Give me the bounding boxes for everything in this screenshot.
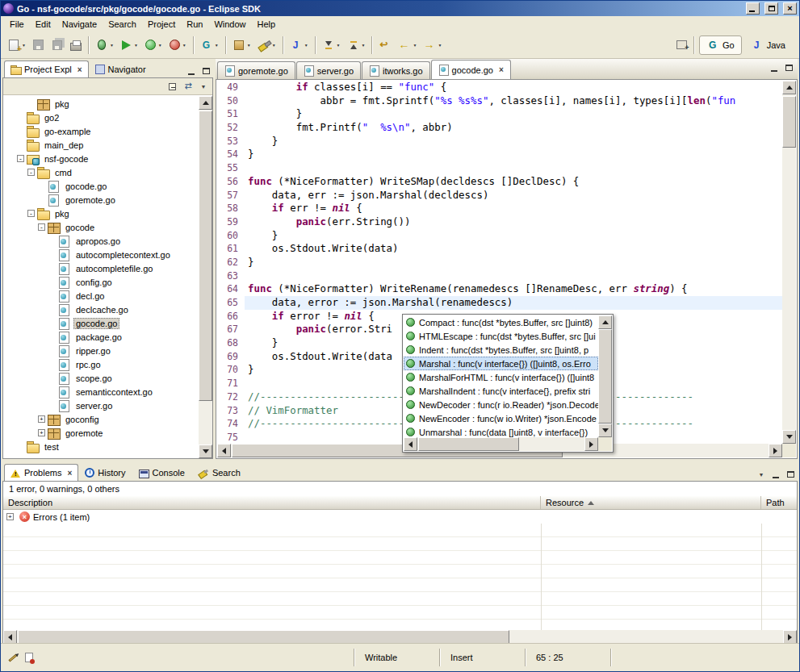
tree-item-package-go[interactable]: package.go [3, 330, 199, 344]
pencil-icon[interactable] [5, 649, 21, 666]
view-menu-button[interactable]: ▼ [754, 468, 769, 481]
tree-item-config-go[interactable]: config.go [3, 275, 199, 289]
tree-item-pkg[interactable]: pkg [3, 97, 199, 111]
collapse-icon[interactable]: - [38, 223, 45, 231]
tree-item-main-dep[interactable]: main_dep [3, 138, 199, 152]
dropdown-arrow-icon[interactable]: ▼ [438, 43, 442, 48]
view-menu-button[interactable]: ▼ [196, 80, 211, 93]
code-line-62[interactable]: 62} [217, 256, 782, 269]
tree-item-go2[interactable]: go2 [3, 111, 199, 124]
tree-item-autocompletecontext-go[interactable]: autocompletecontext.go [3, 248, 199, 261]
annotation-icon[interactable] [21, 649, 37, 666]
editor-vertical-scrollbar[interactable] [782, 81, 796, 444]
menu-edit[interactable]: Edit [30, 18, 57, 31]
collapse-icon[interactable]: - [27, 210, 35, 217]
tree-item-test[interactable]: test [3, 440, 199, 453]
completion-item-compact[interactable]: Compact : func(dst *bytes.Buffer, src []… [404, 315, 598, 329]
new-wizard-button[interactable]: ▼ [4, 35, 29, 55]
code-line-56[interactable]: 56func (*NiceFormatter) WriteSMap(declde… [217, 175, 782, 189]
menu-window[interactable]: Window [208, 18, 251, 31]
debug-button[interactable]: ▼ [92, 35, 117, 55]
tree-item-autocompletefile-go[interactable]: autocompletefile.go [3, 261, 199, 275]
scroll-left-button[interactable] [217, 444, 231, 457]
java-element-button[interactable]: ▼ [287, 35, 312, 55]
view-tab-search[interactable]: Search [191, 464, 247, 481]
collapse-all-button[interactable] [165, 80, 180, 93]
collapse-icon[interactable]: - [17, 155, 24, 162]
open-element-button[interactable]: ▼ [229, 35, 254, 55]
tree-item-scope-go[interactable]: scope.go [3, 371, 199, 385]
completion-item-htmlescape[interactable]: HTMLEscape : func(dst *bytes.Buffer, src… [404, 329, 598, 343]
code-line-65[interactable]: 65 data, error := json.Marshal(renamedes… [217, 296, 782, 310]
dropdown-arrow-icon[interactable]: ▼ [362, 43, 366, 48]
scroll-up-button[interactable] [598, 315, 612, 329]
popup-horizontal-scrollbar[interactable] [404, 437, 598, 451]
completion-item-newencoder[interactable]: NewEncoder : func(w io.Writer) *json.Enc… [404, 411, 598, 425]
scroll-up-button[interactable] [782, 81, 796, 94]
editor-tab-goremote-go[interactable]: goremote.go [217, 61, 295, 79]
code-line-51[interactable]: 51 } [217, 107, 782, 121]
code-line-57[interactable]: 57 data, err := json.Marshal(decldescs) [217, 189, 782, 202]
explorer-vertical-scrollbar[interactable] [199, 96, 212, 458]
tree-item-nsf-gocode[interactable]: -nsf-gocode [3, 152, 199, 165]
completion-item-indent[interactable]: Indent : func(dst *bytes.Buffer, src []u… [404, 343, 598, 357]
menu-help[interactable]: Help [252, 18, 282, 31]
back-button[interactable]: ▼ [395, 35, 420, 55]
minimize-editor-button[interactable] [767, 61, 781, 74]
completion-item-unmarshal[interactable]: Unmarshal : func(data []uint8, v interfa… [404, 425, 598, 437]
dropdown-arrow-icon[interactable]: ▼ [158, 43, 162, 48]
completion-item-marshal[interactable]: Marshal : func(v interface{}) ([]uint8, … [404, 357, 598, 370]
perspective-go-button[interactable]: Go [699, 35, 742, 55]
code-line-50[interactable]: 50 abbr = fmt.Sprintf("%s %s%s", classes… [217, 94, 782, 108]
code-line-58[interactable]: 58 if err != nil { [217, 202, 782, 215]
menu-navigate[interactable]: Navigate [57, 18, 103, 31]
code-line-49[interactable]: 49 if classes[i] == "func" { [217, 81, 782, 94]
collapse-icon[interactable]: - [27, 169, 35, 176]
print-button[interactable] [67, 35, 85, 55]
maximize-window-button[interactable] [764, 2, 778, 15]
tree-item-go-example[interactable]: go-example [3, 124, 199, 138]
view-tab-history[interactable]: History [78, 464, 132, 481]
scroll-left-button[interactable] [404, 437, 417, 451]
code-line-53[interactable]: 53 } [217, 135, 782, 148]
maximize-view-button[interactable] [783, 468, 798, 481]
tree-item-gocode-go[interactable]: gocode.go [3, 179, 199, 193]
tree-item-semanticcontext-go[interactable]: semanticcontext.go [3, 385, 199, 399]
close-view-icon[interactable]: × [67, 469, 72, 478]
completion-item-marshalindent[interactable]: MarshalIndent : func(v interface{}, pref… [404, 384, 598, 398]
column-resource[interactable]: Resource [541, 496, 761, 509]
dropdown-arrow-icon[interactable]: ▼ [304, 43, 308, 48]
run-last-launched-button[interactable]: ▼ [141, 35, 165, 55]
tree-item-ripper-go[interactable]: ripper.go [3, 344, 199, 357]
problems-horizontal-scrollbar[interactable] [3, 630, 797, 644]
new-go-element-button[interactable]: ▼ [197, 35, 222, 55]
title-bar[interactable]: Go - nsf-gocode/src/pkg/gocode/gocode.go… [1, 1, 799, 16]
scroll-right-button[interactable] [584, 437, 598, 451]
scrollbar-thumb[interactable] [418, 437, 519, 451]
scroll-right-button[interactable] [783, 630, 797, 644]
scrollbar-thumb[interactable] [782, 96, 796, 148]
column-path[interactable]: Path [761, 496, 797, 509]
dropdown-arrow-icon[interactable]: ▼ [337, 43, 341, 48]
dropdown-arrow-icon[interactable]: ▼ [110, 43, 114, 48]
popup-vertical-scrollbar[interactable] [598, 315, 612, 437]
open-perspective-button[interactable] [674, 39, 689, 52]
menu-search[interactable]: Search [103, 18, 142, 31]
tree-item-server-go[interactable]: server.go [3, 399, 199, 412]
minimize-view-button[interactable] [769, 468, 783, 481]
tree-item-decl-go[interactable]: decl.go [3, 289, 199, 303]
tree-item-declcache-go[interactable]: declcache.go [3, 303, 199, 316]
previous-annotation-button[interactable]: ▼ [344, 35, 369, 55]
expand-icon[interactable]: + [6, 513, 14, 520]
editor-tab-server-go[interactable]: server.go [296, 61, 361, 79]
link-with-editor-button[interactable]: ⇄ [181, 80, 195, 93]
close-view-icon[interactable]: × [77, 65, 82, 74]
save-button[interactable] [29, 35, 48, 55]
save-all-button[interactable] [48, 35, 67, 55]
perspective-java-button[interactable]: Java [743, 35, 793, 55]
dropdown-arrow-icon[interactable]: ▼ [247, 43, 251, 48]
scrollbar-thumb[interactable] [598, 329, 612, 424]
scroll-right-button[interactable] [769, 444, 782, 457]
problems-row[interactable]: +×Errors (1 item) [3, 510, 797, 524]
dropdown-arrow-icon[interactable]: ▼ [22, 43, 26, 48]
